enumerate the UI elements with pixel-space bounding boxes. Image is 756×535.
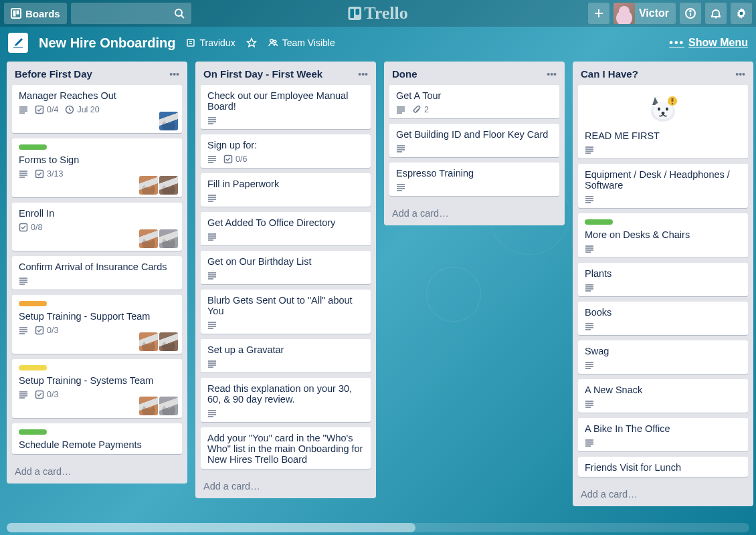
create-button[interactable] — [588, 3, 609, 24]
card[interactable]: Read this explanation on your 30, 60, & … — [201, 378, 371, 422]
card[interactable]: Setup Training - Support Team 0/3 — [12, 295, 182, 354]
show-menu-button[interactable]: •••Show Menu — [669, 37, 748, 49]
checklist-badge: 3/13 — [35, 169, 63, 179]
add-card-button[interactable]: Add a card… — [384, 203, 565, 225]
description-icon — [207, 359, 217, 368]
card[interactable]: Enroll In 0/8 — [12, 203, 182, 251]
boards-button[interactable]: Boards — [4, 3, 67, 24]
scrollbar-thumb[interactable] — [7, 523, 415, 532]
checklist-badge: 0/6 — [223, 154, 247, 164]
member-avatar[interactable] — [159, 229, 178, 248]
card[interactable]: Manager Reaches Out 0/4 Jul 20 — [12, 85, 182, 133]
member-avatar[interactable] — [159, 332, 178, 351]
member-avatar[interactable] — [139, 397, 158, 415]
svg-point-94 — [666, 108, 668, 111]
card[interactable]: Setup Training - Systems Team 0/3 — [12, 359, 182, 418]
list-menu-button[interactable]: ••• — [358, 69, 368, 80]
checklist-badge: 0/8 — [19, 223, 42, 232]
card[interactable]: Get A Tour 2 — [389, 85, 559, 118]
card[interactable]: Equipment / Desk / Headphones / Software — [578, 164, 748, 208]
card[interactable]: Get Building ID and Floor Key Card — [389, 124, 559, 157]
card[interactable]: Sign up for: 0/6 — [201, 134, 371, 168]
description-badge — [19, 105, 28, 114]
user-name: Victor — [639, 7, 669, 19]
card[interactable]: Books — [578, 302, 748, 335]
ellipsis-icon: ••• — [669, 37, 684, 48]
card[interactable]: Fill in Paperwork — [201, 173, 371, 207]
member-avatar[interactable] — [159, 397, 178, 415]
avatar — [613, 3, 635, 24]
star-button[interactable] — [246, 37, 257, 48]
list: Can I Have?•••READ ME FIRSTEquipment / D… — [573, 62, 753, 506]
card[interactable]: Blurb Gets Sent Out to "All" about You — [201, 290, 371, 334]
description-badge — [19, 326, 28, 335]
board-title[interactable]: New Hire Onboarding — [39, 35, 175, 51]
member-avatar[interactable] — [139, 176, 158, 195]
board-canvas[interactable]: Before First Day•••Manager Reaches Out 0… — [0, 59, 756, 535]
card[interactable]: Add your "You" card in the "Who's Who" l… — [201, 427, 371, 469]
list-title[interactable]: Can I Have? — [581, 68, 638, 80]
list-menu-button[interactable]: ••• — [547, 69, 557, 80]
card-label — [585, 219, 613, 225]
description-badge — [585, 244, 594, 253]
add-card-button[interactable]: Add a card… — [7, 461, 187, 484]
description-icon — [19, 169, 28, 179]
card[interactable]: Confirm Arrival of Insurance Cards — [12, 256, 182, 290]
list-menu-button[interactable]: ••• — [169, 69, 179, 80]
checklist-icon — [35, 105, 44, 114]
member-avatar[interactable] — [139, 332, 158, 351]
card[interactable]: Get Added To Office Directory — [201, 212, 371, 245]
list-title[interactable]: On First Day - First Week — [203, 68, 322, 80]
member-avatar[interactable] — [159, 112, 178, 130]
card[interactable]: Swag — [578, 340, 748, 374]
search-input[interactable] — [71, 3, 191, 24]
list-title[interactable]: Before First Day — [15, 68, 92, 80]
description-icon — [207, 154, 217, 164]
card[interactable]: Check out our Employee Manual Board! — [201, 85, 371, 129]
card[interactable]: Friends Visit for Lunch — [578, 457, 748, 477]
checklist-icon — [35, 326, 44, 335]
list-title[interactable]: Done — [392, 68, 417, 80]
card[interactable]: Schedule Remote Payments — [12, 423, 182, 454]
card[interactable]: More on Desks & Chairs — [578, 213, 748, 257]
member-avatar[interactable] — [139, 229, 158, 248]
description-badge — [19, 276, 28, 286]
card-title: READ ME FIRST — [585, 130, 660, 141]
list-menu-button[interactable]: ••• — [735, 69, 745, 80]
horizontal-scrollbar[interactable] — [7, 523, 749, 532]
settings-button[interactable] — [731, 3, 752, 24]
boards-label: Boards — [25, 8, 60, 19]
description-badge — [207, 320, 217, 330]
notifications-button[interactable] — [705, 3, 727, 24]
card[interactable]: A Bike In The Office — [578, 418, 748, 451]
card[interactable]: Set up a Gravatar — [201, 339, 371, 372]
card[interactable]: Get on Our Birthday List — [201, 251, 371, 284]
svg-point-19 — [274, 40, 276, 43]
list: On First Day - First Week•••Check out ou… — [195, 62, 376, 498]
add-card-button[interactable]: Add a card… — [195, 475, 376, 498]
description-badge — [207, 154, 217, 164]
description-badge — [396, 105, 405, 114]
description-badge — [207, 359, 217, 368]
plus-icon — [593, 8, 604, 19]
list: Done•••Get A Tour 2Get Building ID and F… — [384, 62, 565, 225]
member-avatar[interactable] — [159, 176, 178, 195]
info-button[interactable] — [680, 3, 701, 24]
user-menu[interactable]: Victor — [613, 3, 676, 24]
card[interactable]: Espresso Training — [389, 163, 559, 196]
info-icon — [684, 7, 696, 19]
card[interactable]: READ ME FIRST — [578, 85, 748, 158]
description-badge — [207, 232, 217, 241]
search-icon — [174, 8, 185, 19]
card[interactable]: Plants — [578, 263, 748, 296]
svg-rect-5 — [348, 7, 361, 20]
team-link[interactable]: Travidux — [186, 37, 235, 48]
description-icon — [19, 276, 28, 286]
card[interactable]: Forms to Sign 3/13 — [12, 138, 182, 197]
visibility-button[interactable]: Team Visible — [268, 37, 335, 48]
team-icon — [268, 37, 278, 48]
card[interactable]: A New Snack — [578, 379, 748, 413]
card-members — [139, 229, 178, 248]
add-card-button[interactable]: Add a card… — [573, 484, 753, 506]
svg-point-98 — [672, 103, 673, 104]
